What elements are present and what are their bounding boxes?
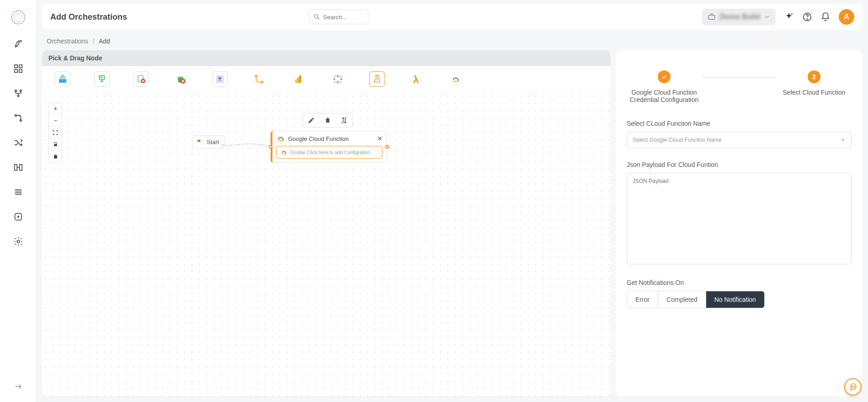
start-node-label: Start — [207, 139, 219, 145]
palette-ingest-icon[interactable] — [55, 71, 70, 87]
svg-rect-35 — [299, 75, 301, 83]
nav-add-icon[interactable] — [13, 211, 24, 222]
breadcrumb-root[interactable]: Orchestrations — [47, 38, 88, 45]
svg-rect-23 — [59, 79, 66, 83]
nav-rocket-icon[interactable] — [13, 38, 24, 49]
notif-option-error[interactable]: Error — [627, 291, 658, 308]
stepper: Google Cloud Function Credential Configu… — [627, 70, 852, 103]
config-panel: Google Cloud Function Credential Configu… — [616, 50, 863, 397]
svg-text:SQL: SQL — [100, 76, 104, 79]
avatar[interactable]: A — [839, 9, 854, 25]
svg-point-0 — [11, 11, 25, 24]
nav-list-icon[interactable] — [13, 187, 24, 198]
gcloud-icon — [276, 134, 285, 143]
edge-start-to-gcf — [221, 140, 276, 151]
gcf-node-config-hint: Double Click here to add Configration. — [290, 150, 371, 155]
palette-timer-icon[interactable] — [369, 71, 385, 87]
sidebar-collapse-icon[interactable] — [14, 382, 23, 391]
svg-point-18 — [314, 15, 318, 18]
app-logo — [10, 9, 27, 26]
delete-node-button[interactable] — [320, 113, 336, 127]
select-function-placeholder: Select Google Cloud Function Name — [633, 137, 722, 143]
zoom-in-button[interactable]: ＋ — [49, 103, 62, 115]
svg-rect-11 — [14, 165, 17, 171]
notif-option-none[interactable]: No Notification — [706, 291, 764, 308]
delete-button[interactable] — [49, 150, 62, 162]
svg-point-40 — [854, 386, 855, 387]
search-icon — [313, 13, 320, 21]
step-1-check-icon — [658, 70, 671, 83]
briefcase-icon — [708, 13, 716, 21]
nav-shuffle-icon[interactable] — [13, 137, 24, 148]
nav-branch-icon[interactable] — [13, 113, 24, 123]
palette-branch-icon[interactable] — [251, 71, 267, 87]
palette-gcloud-icon[interactable] — [448, 71, 463, 87]
canvas[interactable]: ＋ － Start — [42, 92, 610, 397]
zoom-out-button[interactable]: － — [49, 115, 62, 127]
svg-point-7 — [20, 90, 21, 92]
gcf-node-close-button[interactable]: ✕ — [377, 135, 383, 142]
step-1-label: Google Cloud Function Credential Configu… — [627, 89, 702, 103]
notif-option-completed[interactable]: Completed — [658, 291, 706, 308]
search-input[interactable] — [323, 14, 360, 21]
canvas-card: Pick & Drag Node SQL ＋ － — [42, 50, 610, 397]
breadcrumb: Orchestrations / Add — [37, 30, 868, 48]
svg-rect-19 — [708, 15, 715, 19]
palette-row: SQL — [42, 66, 610, 92]
palette-sql-icon[interactable]: SQL — [94, 71, 110, 87]
gcloud-icon — [280, 149, 288, 156]
svg-point-39 — [853, 386, 854, 387]
svg-point-31 — [255, 75, 257, 77]
svg-point-32 — [261, 81, 263, 83]
lock-button[interactable] — [49, 139, 62, 150]
node-action-bar — [303, 113, 353, 128]
select-function-dropdown[interactable]: Select Google Cloud Function Name — [627, 132, 852, 148]
select-function-label: Select CLoud Function Name — [627, 120, 852, 127]
chat-fab[interactable] — [844, 378, 862, 396]
svg-point-38 — [852, 386, 852, 387]
svg-rect-3 — [19, 65, 21, 68]
bell-icon[interactable] — [820, 12, 831, 22]
svg-rect-36 — [54, 144, 57, 146]
project-name: Demo Build — [719, 13, 760, 21]
notifications-label: Get Notifications On — [627, 279, 852, 286]
gcf-node-port-in[interactable] — [269, 145, 272, 149]
palette-tableau-icon[interactable] — [330, 71, 346, 87]
svg-point-8 — [17, 95, 19, 97]
svg-point-17 — [17, 240, 20, 243]
palette-title: Pick & Drag Node — [42, 50, 610, 66]
nav-settings-icon[interactable] — [13, 236, 24, 247]
project-selector[interactable]: Demo Build — [702, 9, 776, 25]
nav-compare-icon[interactable] — [13, 162, 24, 173]
palette-powerbi-icon[interactable] — [291, 71, 306, 87]
palette-deletefile-icon[interactable] — [133, 71, 149, 87]
sparkle-icon[interactable] — [784, 12, 794, 22]
gcf-node[interactable]: Google Cloud Function ✕ Double Click her… — [271, 131, 387, 163]
json-payload-input[interactable] — [627, 173, 852, 264]
palette-upload-icon[interactable] — [212, 71, 228, 87]
svg-rect-33 — [295, 79, 297, 82]
svg-point-28 — [178, 76, 184, 78]
gcf-node-config-slot[interactable]: Double Click here to add Configration. — [276, 146, 383, 159]
fit-button[interactable] — [49, 127, 62, 139]
left-sidebar — [0, 0, 37, 402]
svg-point-6 — [15, 90, 16, 92]
start-node[interactable]: Start — [192, 135, 225, 149]
swap-node-button[interactable] — [336, 113, 352, 127]
gcf-node-title: Google Cloud Function — [288, 135, 349, 142]
step-2-number: 2 — [808, 70, 820, 83]
svg-point-20 — [791, 13, 793, 15]
search-box[interactable] — [309, 10, 368, 24]
palette-lambda-icon[interactable] — [409, 71, 424, 87]
svg-point-9 — [15, 115, 16, 117]
svg-rect-4 — [14, 70, 17, 72]
help-icon[interactable] — [802, 12, 812, 22]
nav-dashboard-icon[interactable] — [13, 63, 24, 74]
edit-node-button[interactable] — [303, 113, 320, 127]
nav-pipeline-icon[interactable] — [13, 88, 24, 99]
step-2-label: Select Cloud Function — [783, 89, 846, 96]
json-payload-label: Json Payload For Cloud Funtion — [627, 161, 852, 168]
palette-deletebucket-icon[interactable] — [173, 71, 188, 87]
svg-point-22 — [807, 19, 807, 19]
gcf-node-port-out[interactable] — [385, 145, 389, 149]
